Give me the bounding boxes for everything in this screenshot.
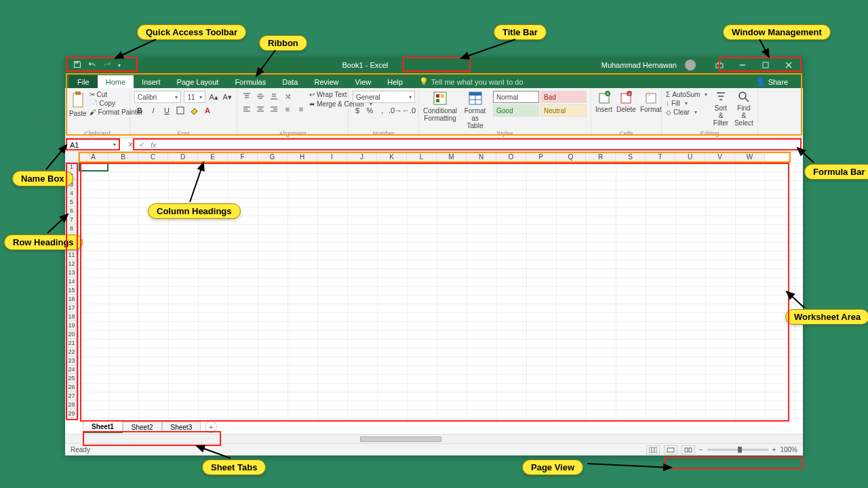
style-good[interactable]: Good: [493, 104, 539, 117]
currency-button[interactable]: $: [353, 105, 362, 116]
align-top-button[interactable]: [241, 91, 252, 102]
column-header[interactable]: K: [377, 152, 407, 163]
number-format-select[interactable]: General: [353, 91, 415, 103]
avatar[interactable]: [685, 60, 696, 70]
font-color-button[interactable]: A: [202, 105, 213, 116]
column-header[interactable]: C: [138, 152, 168, 163]
page-layout-view-button[interactable]: [664, 445, 677, 455]
column-header[interactable]: L: [407, 152, 437, 163]
select-all-corner[interactable]: [65, 152, 79, 163]
name-box[interactable]: A1▾: [66, 140, 119, 150]
style-bad[interactable]: Bad: [540, 91, 587, 103]
row-header[interactable]: 15: [65, 286, 79, 295]
row-header[interactable]: 12: [65, 260, 79, 268]
tab-view[interactable]: View: [347, 75, 380, 88]
close-button[interactable]: [778, 57, 799, 73]
row-header[interactable]: 17: [65, 304, 79, 312]
autosum-button[interactable]: ΣAutoSum: [666, 91, 707, 98]
maximize-button[interactable]: [755, 57, 776, 73]
tab-insert[interactable]: Insert: [134, 75, 169, 88]
row-header[interactable]: 6: [65, 207, 79, 216]
style-neutral[interactable]: Neutral: [540, 104, 587, 117]
row-header[interactable]: 20: [65, 330, 79, 339]
tab-file[interactable]: File: [69, 75, 98, 88]
bold-button[interactable]: B: [134, 105, 145, 116]
row-header[interactable]: 27: [65, 392, 79, 401]
fx-icon[interactable]: fx: [151, 141, 157, 149]
italic-button[interactable]: I: [148, 105, 159, 116]
row-header[interactable]: 1: [65, 163, 79, 171]
add-sheet-button[interactable]: +: [205, 421, 217, 433]
cancel-formula-icon[interactable]: ✕: [127, 140, 134, 149]
column-header[interactable]: H: [288, 152, 317, 163]
tab-home[interactable]: Home: [98, 75, 134, 88]
row-header[interactable]: 18: [65, 312, 79, 321]
row-header[interactable]: 4: [65, 189, 79, 198]
format-cells-button[interactable]: Format: [640, 91, 662, 113]
row-header[interactable]: 8: [65, 224, 79, 233]
indent-inc-button[interactable]: ≡: [296, 104, 307, 115]
zoom-in-button[interactable]: +: [772, 446, 776, 453]
row-header[interactable]: 7: [65, 216, 79, 224]
border-button[interactable]: [175, 105, 186, 116]
qat-customize-icon[interactable]: ▾: [118, 62, 121, 68]
find-select-button[interactable]: Find & Select: [734, 91, 753, 127]
fill-color-button[interactable]: [189, 105, 199, 116]
column-header[interactable]: V: [705, 152, 735, 163]
minimize-button[interactable]: [732, 57, 753, 73]
row-header[interactable]: 24: [65, 365, 79, 374]
row-header[interactable]: 25: [65, 374, 79, 383]
row-header[interactable]: 11: [65, 251, 79, 260]
percent-button[interactable]: %: [365, 105, 374, 116]
sheet-tab-1[interactable]: Sheet1: [83, 421, 123, 433]
font-size-select[interactable]: 11: [184, 91, 205, 103]
row-header[interactable]: 26: [65, 383, 79, 392]
tell-me-search[interactable]: 💡 Tell me what you want to do: [411, 75, 532, 88]
sheet-tab-2[interactable]: Sheet2: [123, 422, 162, 432]
undo-icon[interactable]: [88, 60, 96, 70]
column-header[interactable]: O: [496, 152, 526, 163]
insert-cells-button[interactable]: +Insert: [595, 91, 612, 113]
align-left-button[interactable]: [241, 104, 252, 115]
font-name-select[interactable]: Calibri: [134, 91, 181, 103]
enter-formula-icon[interactable]: ✓: [139, 140, 145, 149]
row-header[interactable]: 14: [65, 277, 79, 286]
column-header[interactable]: I: [317, 152, 347, 163]
grow-font-button[interactable]: A▴: [208, 92, 219, 102]
shrink-font-button[interactable]: A▾: [222, 92, 233, 102]
column-header[interactable]: A: [79, 152, 108, 163]
row-header[interactable]: 16: [65, 295, 79, 304]
normal-view-button[interactable]: [646, 445, 660, 455]
comma-button[interactable]: ,: [378, 105, 387, 116]
align-center-button[interactable]: [255, 104, 266, 115]
format-as-table-button[interactable]: Format as Table: [461, 91, 489, 129]
row-header[interactable]: 22: [65, 348, 79, 357]
delete-cells-button[interactable]: ×Delete: [616, 91, 636, 113]
sheet-tab-3[interactable]: Sheet3: [162, 422, 201, 432]
indent-dec-button[interactable]: ≡: [282, 104, 293, 115]
dec-decimal-button[interactable]: ←.0: [403, 105, 414, 116]
tab-help[interactable]: Help: [379, 75, 411, 88]
column-header[interactable]: E: [198, 152, 228, 163]
underline-button[interactable]: U: [161, 105, 172, 116]
zoom-slider[interactable]: [707, 449, 768, 451]
fill-button[interactable]: ↓Fill: [666, 100, 707, 107]
column-header[interactable]: W: [735, 152, 765, 163]
style-normal[interactable]: Normal: [493, 91, 539, 103]
column-header[interactable]: D: [168, 152, 198, 163]
paste-button[interactable]: Paste: [69, 91, 87, 117]
zoom-level[interactable]: 100%: [780, 446, 797, 453]
align-bottom-button[interactable]: [269, 91, 279, 102]
sort-filter-button[interactable]: Sort & Filter: [711, 91, 730, 127]
column-header[interactable]: R: [586, 152, 616, 163]
column-header[interactable]: P: [526, 152, 556, 163]
redo-icon[interactable]: [103, 60, 111, 70]
orientation-button[interactable]: ⤭: [282, 91, 293, 102]
conditional-formatting-button[interactable]: Conditional Formatting: [423, 91, 457, 122]
row-header[interactable]: 28: [65, 401, 79, 409]
share-button[interactable]: 👤 Share: [748, 75, 796, 88]
column-header[interactable]: Q: [556, 152, 586, 163]
column-header[interactable]: M: [437, 152, 467, 163]
column-header[interactable]: F: [228, 152, 258, 163]
tab-review[interactable]: Review: [306, 75, 347, 88]
